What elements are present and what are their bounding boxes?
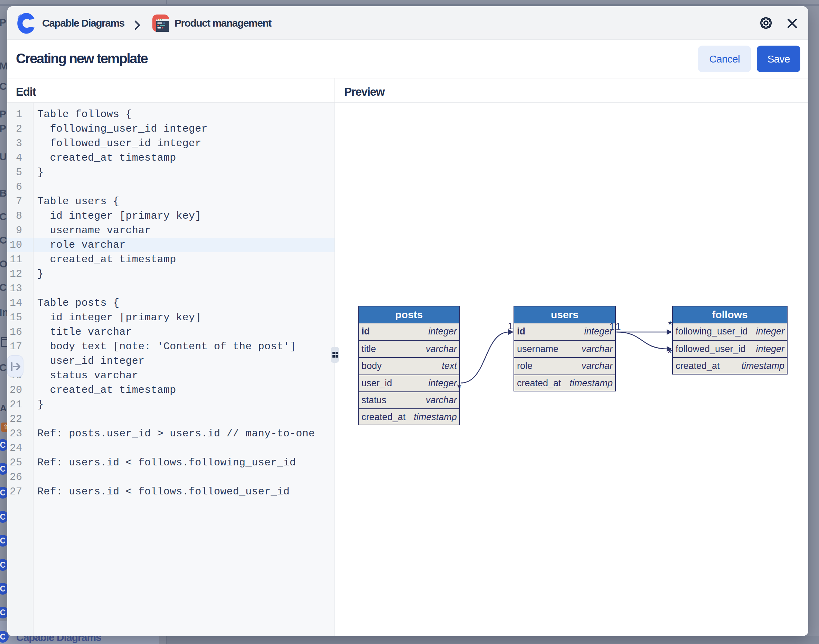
svg-text:*: * xyxy=(457,381,461,394)
svg-text:*: * xyxy=(668,318,672,331)
svg-text:1: 1 xyxy=(508,321,513,331)
svg-text:1: 1 xyxy=(615,321,621,332)
svg-text:1: 1 xyxy=(609,321,614,332)
svg-text:*: * xyxy=(667,346,672,359)
